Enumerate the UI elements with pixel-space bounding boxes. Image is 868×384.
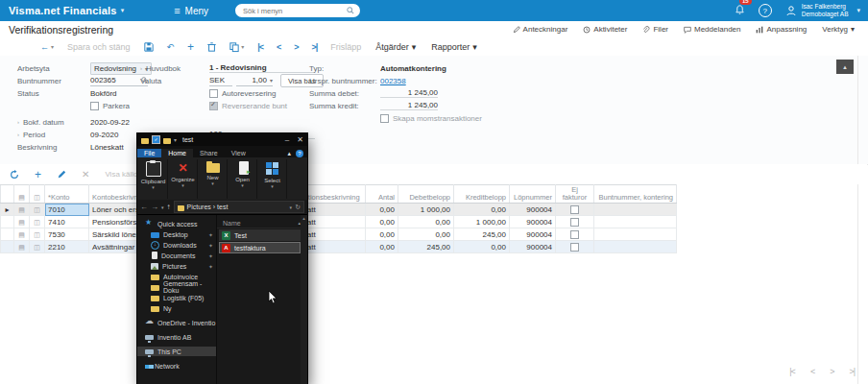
- cell-lopnummer[interactable]: 900004: [510, 241, 556, 253]
- col-lopnummer[interactable]: Löpnummer: [510, 185, 556, 204]
- cell-buntnummer-kontering[interactable]: [594, 216, 677, 228]
- window-minimize-button[interactable]: –: [285, 135, 289, 144]
- ribbon-collapse-icon[interactable]: ▴: [287, 150, 291, 157]
- nav-last-button[interactable]: >|: [311, 42, 317, 52]
- qat-folder-icon[interactable]: [163, 138, 171, 144]
- scroll-up-button[interactable]: ▲: [836, 60, 854, 74]
- col-kreditbelopp[interactable]: Kreditbelopp: [454, 185, 510, 204]
- brand-logo[interactable]: Visma.net Financials: [9, 5, 117, 16]
- parkera-checkbox[interactable]: [90, 102, 99, 110]
- refresh-icon[interactable]: ↻: [295, 204, 301, 211]
- pager-next-button[interactable]: >: [830, 367, 833, 376]
- header-link-aktiviteter[interactable]: Aktiviteter: [583, 25, 627, 34]
- company-switcher-caret[interactable]: ▾: [121, 7, 125, 14]
- grid-refresh-icon[interactable]: [10, 170, 19, 180]
- nav-item-documents[interactable]: Documents✦: [137, 251, 216, 260]
- ribbon-tab-file[interactable]: File: [137, 149, 161, 157]
- explorer-up-button[interactable]: ↑: [167, 203, 171, 211]
- ej-fakturor-checkbox[interactable]: [570, 218, 579, 227]
- qat-caret-icon[interactable]: ▾: [174, 136, 177, 143]
- actions-menu[interactable]: Åtgärder▾: [375, 42, 416, 52]
- urspr-buntnummer-link[interactable]: 002358: [380, 77, 406, 85]
- cell-kreditbelopp[interactable]: 0,00: [454, 241, 510, 253]
- ej-fakturor-checkbox[interactable]: [570, 205, 579, 214]
- back-button[interactable]: ←▾: [40, 42, 54, 52]
- explorer-title-bar[interactable]: ✓ ▾ test – ✕: [137, 133, 307, 146]
- header-link-verktyg[interactable]: Verktyg▾: [822, 25, 855, 34]
- col-buntnummer-kontering[interactable]: Buntnummer, kontering: [594, 185, 677, 204]
- cell-antal[interactable]: 0,00: [366, 216, 398, 228]
- row-notes-icon[interactable]: ▤: [14, 216, 30, 228]
- cell-kreditbelopp[interactable]: 1 000,00: [454, 216, 510, 228]
- save-icon[interactable]: [144, 42, 154, 52]
- cell-buntnummer-kontering[interactable]: [594, 241, 677, 253]
- undo-icon[interactable]: ↶: [167, 42, 175, 52]
- explorer-forward-button[interactable]: →: [151, 203, 158, 211]
- cell-lopnummer[interactable]: 900004: [510, 204, 556, 216]
- cell-debetbelopp[interactable]: 0,00: [398, 228, 454, 241]
- file-item[interactable]: XTest: [219, 229, 301, 241]
- row-notes-icon[interactable]: ▤: [14, 228, 30, 241]
- explorer-path-box[interactable]: Pictures › test ▾ ↻: [174, 201, 304, 213]
- row-files-icon[interactable]: ◫: [30, 228, 45, 241]
- nav-item-logistik-f05-[interactable]: Logistik (F05): [137, 293, 216, 302]
- col-konto[interactable]: *Konto: [45, 185, 89, 204]
- breadcrumb-segment[interactable]: Pictures: [187, 204, 211, 210]
- cell-debetbelopp[interactable]: 1 000,00: [398, 204, 454, 216]
- row-selector[interactable]: [1, 241, 14, 253]
- grid-delete-row-icon[interactable]: ✕: [82, 169, 89, 180]
- cell-konto[interactable]: 7410: [45, 216, 89, 228]
- ej-fakturor-checkbox[interactable]: [570, 243, 579, 252]
- nav-prev-button[interactable]: <: [277, 42, 280, 52]
- ribbon-group-organize[interactable]: ✕Organize▾: [169, 159, 198, 199]
- explorer-history-caret[interactable]: ▾: [161, 204, 164, 210]
- cell-konto[interactable]: 2210: [45, 241, 89, 253]
- table-row[interactable]: ▸▤◫7010Löner och ersättningarLöneskatt0,…: [1, 204, 677, 216]
- cell-buntnummer-kontering[interactable]: [594, 204, 677, 216]
- breadcrumb-segment[interactable]: test: [217, 204, 228, 210]
- nav-first-button[interactable]: |<: [257, 42, 263, 52]
- ribbon-group-select[interactable]: Select▾: [258, 159, 287, 199]
- help-button[interactable]: ?: [759, 4, 772, 17]
- row-notes-icon[interactable]: ▤: [14, 241, 30, 253]
- list-scrollbar[interactable]: ▴: [301, 215, 307, 384]
- reports-menu[interactable]: Rapporter▾: [431, 42, 477, 52]
- huvudbok-value[interactable]: 1 - Redovisning: [209, 63, 315, 73]
- nav-item-ny[interactable]: Ny: [137, 303, 216, 313]
- cell-antal[interactable]: 0,00: [366, 228, 398, 241]
- row-files-icon[interactable]: ◫: [30, 204, 45, 216]
- search-input[interactable]: [241, 6, 347, 16]
- nav-item-inventio-ab[interactable]: Inventio AB: [137, 332, 216, 342]
- nav-item-downloads[interactable]: Downloads✦: [137, 240, 216, 250]
- ribbon-tab-view[interactable]: View: [225, 149, 253, 157]
- row-notes-icon[interactable]: ▤: [14, 204, 30, 216]
- cell-debetbelopp[interactable]: 245,00: [398, 241, 454, 253]
- window-close-button[interactable]: ✕: [297, 135, 303, 144]
- table-row[interactable]: ▤◫7530Särskild löneskattLöneskatt0,000,0…: [1, 228, 677, 241]
- col-antal[interactable]: Antal: [366, 185, 398, 204]
- cell-konto[interactable]: 7010: [45, 204, 89, 216]
- row-files-icon[interactable]: ◫: [30, 241, 45, 253]
- buntnummer-field[interactable]: 002365: [90, 75, 148, 86]
- user-menu[interactable]: Isac Falkenberg Demobolaget AB ▾: [785, 3, 860, 18]
- nav-item-quick-access[interactable]: Quick access: [137, 219, 216, 228]
- ribbon-tab-share[interactable]: Share: [193, 149, 225, 157]
- ribbon-tab-home[interactable]: Home: [161, 149, 193, 157]
- row-selector[interactable]: ▸: [1, 204, 14, 216]
- ribbon-group-clipboard[interactable]: Clipboard▾: [139, 159, 168, 199]
- nav-item-onedrive-inventio[interactable]: OneDrive - Inventio: [137, 318, 216, 327]
- save-close-button[interactable]: Spara och stäng: [67, 42, 131, 52]
- qat-checkbox-icon[interactable]: ✓: [152, 135, 160, 144]
- cell-kreditbelopp[interactable]: 0,00: [454, 204, 510, 216]
- file-item[interactable]: Atestfaktura: [219, 242, 301, 253]
- notifications-button[interactable]: 15: [735, 2, 745, 19]
- skapa-moms-checkbox[interactable]: [380, 114, 389, 123]
- header-link-anpassning[interactable]: Anpassning: [756, 25, 807, 34]
- ej-fakturor-checkbox[interactable]: [570, 230, 579, 239]
- grid-add-row-icon[interactable]: +: [35, 168, 41, 181]
- nav-next-button[interactable]: >: [294, 42, 298, 52]
- pager-first-button[interactable]: |<: [789, 367, 795, 376]
- nav-item-pictures[interactable]: Pictures✦: [137, 261, 216, 271]
- cell-konto[interactable]: 7530: [45, 228, 89, 241]
- copy-icon[interactable]: ▾: [229, 42, 244, 52]
